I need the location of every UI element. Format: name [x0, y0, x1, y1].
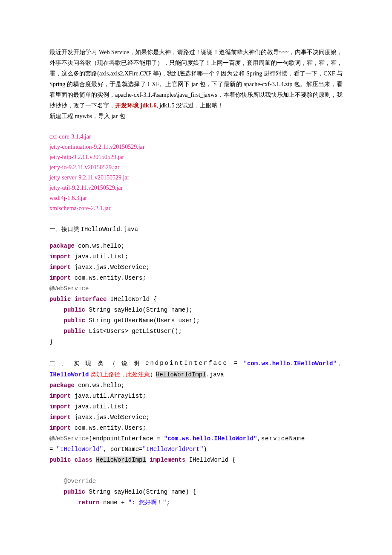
annotation: @Override [64, 478, 96, 485]
code-text: java.util.ArrayList; [71, 393, 146, 399]
t: 现 [85, 358, 91, 369]
kw-import: import [49, 425, 71, 431]
kw-import: import [49, 275, 71, 281]
jar-list: cxf-core-3.1.4.jar jetty-continuation-9.… [49, 132, 343, 214]
intro-paragraph-2: 新建工程 mywbs，导入 jar 包 [49, 111, 343, 121]
kw-import: import [49, 403, 71, 410]
q: " [243, 360, 247, 367]
jar-item: xmlschema-core-2.2.1.jar [49, 203, 343, 214]
kw-return: return [78, 499, 99, 506]
section-1-label: 一、接口类 [49, 226, 81, 232]
code-text: java.util.List; [71, 253, 128, 260]
code-text: ) [203, 446, 207, 453]
kw-public: public [49, 457, 71, 463]
kw-class: class [75, 457, 92, 463]
section-2-title-line1: 二 、 实 现 类 （ 说 明 endpointInterface = "com… [49, 358, 343, 369]
q: " [333, 360, 337, 367]
jar-item: jetty-continuation-9.2.11.v20150529.jar [49, 142, 343, 152]
t: 说 [121, 358, 127, 369]
code-text: name + [100, 499, 128, 506]
code-text: String getUserName(Users user); [85, 317, 200, 324]
impl-ext: .java [206, 371, 224, 378]
str: ": 您好啊！" [128, 499, 167, 506]
t: 类 [98, 358, 104, 369]
annotation: @WebService [49, 285, 89, 292]
kw-interface: interface [75, 296, 107, 303]
kw-public: public [49, 296, 71, 303]
code-text: , portName= [103, 446, 142, 453]
t: 、 [61, 358, 67, 369]
code-text: javax.jws.WebService; [71, 414, 150, 421]
kw-import: import [49, 414, 71, 421]
section-2-title: 二 、 实 现 类 （ 说 明 endpointInterface = "com… [49, 358, 343, 380]
code-text: IHelloWorld { [185, 457, 236, 463]
kw-import: import [49, 253, 71, 260]
code-text: List<Users> getListUser(); [85, 328, 182, 335]
jar-item: jetty-util-9.2.11.v20150529.jar [49, 183, 343, 193]
code-text: ,serviceName [257, 435, 305, 442]
t: 明 [133, 358, 139, 369]
kw-package: package [49, 382, 75, 389]
dev-env-note: 开发环境 jdk1.6 [115, 102, 156, 109]
t: "com.ws.hello.IHelloWorld"， [243, 358, 342, 369]
paren: ） [150, 371, 156, 378]
t: 实 [73, 358, 79, 369]
jar-item: cxf-core-3.1.4.jar [49, 132, 343, 142]
jar-item: wsdl4j-1.6.3.jar [49, 193, 343, 203]
code-text: String sayHello(String name); [85, 306, 193, 313]
intro-text-b: , jdk1.5 没试过，上眼呐！ [156, 102, 224, 109]
kw-public: public [64, 328, 85, 335]
document-page: 最近开发开始学习 Web Service，如果你是大神，请路过！谢谢！遵循前辈大… [0, 0, 392, 555]
code-text: com.ws.entity.Users; [71, 275, 146, 281]
spacer [49, 347, 343, 358]
code-text: javax.jws.WebService; [71, 264, 150, 271]
t: 二 [49, 358, 55, 369]
code-text: String sayHello(String name) { [85, 489, 196, 495]
annotation: @WebService [49, 435, 89, 442]
impl-filename: HelloWorldImpl [156, 371, 206, 378]
jar-item: jetty-http-9.2.11.v20150529.jar [49, 152, 343, 162]
t: = [234, 358, 237, 369]
str: "IHelloWorldPort" [142, 446, 203, 453]
code-text: com.ws.hello; [75, 382, 125, 389]
jar-item: jetty-server-9.2.11.v20150529.jar [49, 173, 343, 183]
kw-public: public [64, 306, 85, 313]
str: "com.ws.hello.IHelloWorld" [164, 435, 257, 442]
intro-text-a: 最近开发开始学习 Web Service，如果你是大神，请路过！谢谢！遵循前辈大… [49, 49, 343, 109]
kw-package: package [49, 243, 75, 249]
t: （ [110, 358, 115, 369]
class-name: HelloWorldImpl [96, 457, 146, 463]
red-note: 类加上路径，此处注意 [89, 371, 150, 378]
code-block-1: package com.ws.hello; import java.util.L… [49, 241, 343, 347]
kw-public: public [64, 317, 85, 324]
str: com.ws.hello.IHelloWorld [247, 360, 333, 367]
code-block-2: package com.ws.hello; import java.util.A… [49, 380, 343, 508]
intro-paragraph-1: 最近开发开始学习 Web Service，如果你是大神，请路过！谢谢！遵循前辈大… [49, 47, 343, 111]
code-text: IHelloWorld { [107, 296, 157, 303]
code-text: = [49, 446, 57, 453]
kw-import: import [49, 264, 71, 271]
jar-item: jetty-io-9.2.11.v20150529.jar [49, 162, 343, 173]
section-1-filename: IHelloWorld.java [81, 226, 138, 233]
comma: ， [337, 360, 343, 367]
code-text: } [49, 338, 53, 345]
kw-implements: implements [150, 457, 185, 463]
kw-import: import [49, 393, 71, 399]
code-text: java.util.List; [71, 403, 128, 410]
code-text: com.ws.hello; [75, 243, 125, 249]
section-2-title-line2: IHelloWorld 类加上路径，此处注意）HelloWorldImpl.ja… [49, 369, 343, 380]
code-text: (endpointInterface = [89, 435, 164, 442]
cls-name: IHelloWorld [49, 371, 89, 378]
str: "IHelloWorld" [57, 446, 103, 453]
kw-public: public [64, 489, 85, 495]
section-1-title: 一、接口类 IHelloWorld.java [49, 224, 343, 235]
code-text: com.ws.entity.Users; [71, 425, 146, 431]
t: endpointInterface [145, 358, 228, 369]
code-text: ; [166, 499, 170, 506]
